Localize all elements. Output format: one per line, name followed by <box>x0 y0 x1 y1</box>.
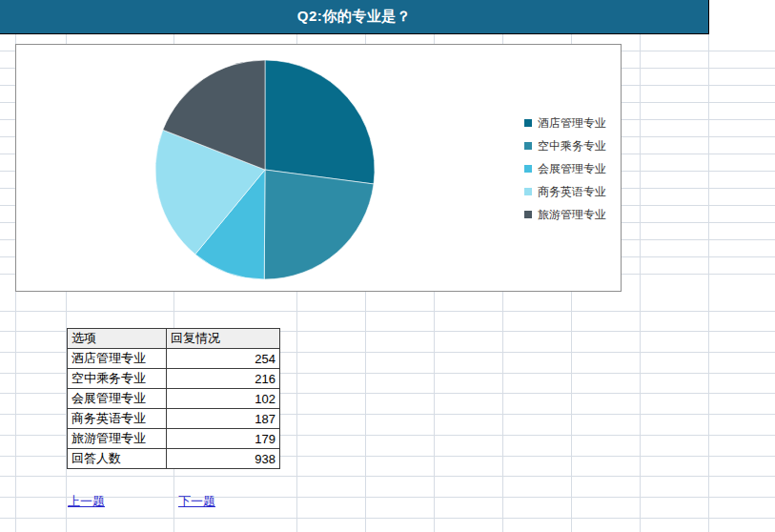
legend-swatch <box>524 142 532 150</box>
header-cell-option[interactable]: 选项 <box>68 329 167 349</box>
chart-legend: 酒店管理专业空中乘务专业会展管理专业商务英语专业旅游管理专业 <box>524 112 606 226</box>
legend-label: 旅游管理专业 <box>538 207 606 223</box>
results-table: 选项 回复情况 酒店管理专业254空中乘务专业216会展管理专业102商务英语专… <box>67 328 280 469</box>
table-header-row: 选项 回复情况 <box>68 329 280 349</box>
question-title-bar[interactable]: Q2:你的专业是？ <box>0 0 709 34</box>
legend-swatch <box>524 211 532 218</box>
option-cell[interactable]: 酒店管理专业 <box>68 349 167 369</box>
legend-swatch <box>524 119 532 127</box>
count-cell[interactable]: 179 <box>167 429 280 449</box>
legend-item: 酒店管理专业 <box>524 112 606 134</box>
table-row: 回答人数938 <box>68 449 280 469</box>
legend-swatch <box>524 188 532 195</box>
option-cell[interactable]: 回答人数 <box>68 449 167 469</box>
legend-label: 商务英语专业 <box>538 184 606 200</box>
table-row: 空中乘务专业216 <box>68 369 280 389</box>
option-cell[interactable]: 商务英语专业 <box>68 409 167 429</box>
spreadsheet-page: Q2:你的专业是？ 酒店管理专业: 254空中乘务专业: 216会展管理专业: … <box>0 0 775 532</box>
pie-slice-0: 酒店管理专业: 254 <box>265 60 375 184</box>
pie-slice-1: 空中乘务专业: 216 <box>264 170 374 279</box>
table-row: 酒店管理专业254 <box>68 349 280 369</box>
table-row: 会展管理专业102 <box>68 389 280 409</box>
prev-question-link[interactable]: 上一题 <box>68 493 105 510</box>
pie-chart-object[interactable]: 酒店管理专业: 254空中乘务专业: 216会展管理专业: 102商务英语专业:… <box>15 44 622 292</box>
legend-label: 会展管理专业 <box>538 161 606 177</box>
count-cell[interactable]: 216 <box>167 369 280 389</box>
legend-swatch <box>524 165 532 173</box>
legend-item: 会展管理专业 <box>524 157 606 180</box>
legend-label: 酒店管理专业 <box>538 115 606 132</box>
table-row: 商务英语专业187 <box>68 409 280 429</box>
count-cell[interactable]: 938 <box>167 449 280 469</box>
count-cell[interactable]: 102 <box>167 389 280 409</box>
option-cell[interactable]: 旅游管理专业 <box>68 429 167 449</box>
question-title: Q2:你的专业是？ <box>297 8 412 26</box>
count-cell[interactable]: 187 <box>167 409 280 429</box>
legend-item: 旅游管理专业 <box>524 203 606 226</box>
count-cell[interactable]: 254 <box>167 349 280 369</box>
table-row: 旅游管理专业179 <box>68 429 280 449</box>
legend-item: 空中乘务专业 <box>524 134 606 157</box>
next-question-link[interactable]: 下一题 <box>178 493 215 510</box>
legend-label: 空中乘务专业 <box>538 138 606 154</box>
header-cell-count[interactable]: 回复情况 <box>167 329 280 349</box>
legend-item: 商务英语专业 <box>524 180 606 203</box>
option-cell[interactable]: 空中乘务专业 <box>68 369 167 389</box>
option-cell[interactable]: 会展管理专业 <box>68 389 167 409</box>
